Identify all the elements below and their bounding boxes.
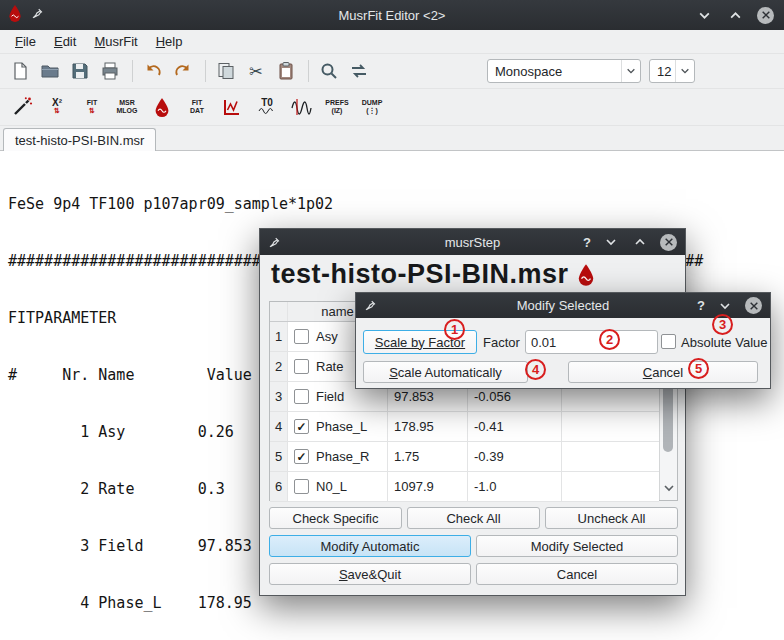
musr-swap-msr-mlog-button[interactable]: MSRMLOG bbox=[111, 92, 143, 122]
font-size-spinner[interactable]: 12 bbox=[649, 59, 695, 83]
maximize-button[interactable] bbox=[726, 6, 744, 24]
musr-wiz-button[interactable] bbox=[6, 92, 38, 122]
row-checkbox[interactable] bbox=[294, 419, 309, 434]
replace-button[interactable] bbox=[345, 57, 373, 85]
main-toolbar: ✂ Monospace 12 bbox=[0, 54, 784, 89]
pin-icon[interactable] bbox=[31, 6, 44, 24]
dat-label: DAT bbox=[190, 107, 204, 115]
redo-icon bbox=[173, 61, 193, 81]
table-row[interactable]: 6 N0_L 1097.9 -1.0 bbox=[270, 472, 659, 502]
annotation-circle-1: 1 bbox=[444, 319, 465, 340]
editor-line: 4 Phase_L 178.95 bbox=[8, 594, 784, 613]
annotation-circle-2: 2 bbox=[599, 329, 620, 350]
close-button[interactable] bbox=[745, 297, 762, 314]
param-name: Field bbox=[316, 389, 344, 404]
print-button[interactable] bbox=[96, 57, 124, 85]
row-checkbox[interactable] bbox=[294, 389, 309, 404]
musrstep-dialog: musrStep ? test-histo-PSI-BIN.msr name 1 bbox=[259, 228, 686, 596]
cut-button[interactable]: ✂ bbox=[242, 57, 270, 85]
minimize-button[interactable] bbox=[716, 297, 734, 315]
redo-button[interactable] bbox=[169, 57, 197, 85]
open-file-button[interactable] bbox=[36, 57, 64, 85]
tab-msr-file[interactable]: test-histo-PSI-BIN.msr bbox=[3, 128, 156, 151]
chevron-down-icon bbox=[621, 60, 640, 82]
waveform-icon bbox=[291, 98, 313, 116]
t0-button[interactable]: T0 bbox=[251, 92, 283, 122]
toolbar-separator bbox=[205, 60, 206, 82]
pin-icon[interactable] bbox=[356, 299, 377, 312]
scroll-down-arrow-icon[interactable] bbox=[663, 482, 675, 497]
musr-ft-button[interactable] bbox=[286, 92, 318, 122]
musr-view-button[interactable] bbox=[146, 92, 178, 122]
msr-label: MSR bbox=[119, 99, 135, 107]
toolbar-separator bbox=[132, 60, 133, 82]
dump-label: DUMP bbox=[362, 99, 383, 107]
help-button[interactable]: ? bbox=[583, 235, 591, 250]
cancel-button[interactable]: Cancel bbox=[568, 361, 758, 383]
row-checkbox[interactable] bbox=[294, 449, 309, 464]
copy-button[interactable] bbox=[212, 57, 240, 85]
save-quit-button[interactable]: Save&Quit bbox=[269, 563, 471, 585]
annotation-circle-4: 4 bbox=[525, 359, 546, 380]
maximize-button[interactable] bbox=[631, 233, 649, 251]
minimize-button[interactable] bbox=[695, 6, 713, 24]
param-step: -0.39 bbox=[468, 442, 562, 471]
musr-t0-button[interactable] bbox=[216, 92, 248, 122]
row-checkbox[interactable] bbox=[294, 479, 309, 494]
param-value: 178.95 bbox=[388, 412, 468, 441]
check-all-button[interactable]: Check All bbox=[407, 507, 540, 529]
mlog-label: MLOG bbox=[117, 107, 138, 115]
heading-text: test-histo-PSI-BIN.msr bbox=[271, 259, 569, 290]
musrfit-drop-icon bbox=[577, 263, 595, 287]
modify-automatic-button[interactable]: Modify Automatic bbox=[269, 535, 471, 557]
fit-label: FIT bbox=[192, 99, 203, 107]
new-file-button[interactable] bbox=[6, 57, 34, 85]
dump-sub-label: (⋮) bbox=[366, 107, 378, 115]
row-number: 4 bbox=[270, 412, 288, 441]
save-icon bbox=[70, 61, 90, 81]
table-row[interactable]: 4 Phase_L 178.95 -0.41 bbox=[270, 412, 659, 442]
row-number: 3 bbox=[270, 382, 288, 411]
modify-selected-button[interactable]: Modify Selected bbox=[476, 535, 678, 557]
copy-icon bbox=[216, 61, 236, 81]
close-button[interactable] bbox=[660, 234, 677, 251]
paste-button[interactable] bbox=[272, 57, 300, 85]
editor-line: FeSe 9p4 TF100 p107apr09_sample*1p02 bbox=[8, 195, 784, 214]
chisq-icon: X² bbox=[52, 99, 62, 107]
check-specific-button[interactable]: Check Specific bbox=[269, 507, 402, 529]
menu-musrfit[interactable]: MusrFit bbox=[85, 32, 146, 51]
help-button[interactable]: ? bbox=[697, 298, 705, 313]
find-button[interactable] bbox=[315, 57, 343, 85]
absolute-value-checkbox[interactable] bbox=[661, 334, 676, 349]
row-checkbox[interactable] bbox=[294, 359, 309, 374]
save-button[interactable] bbox=[66, 57, 94, 85]
undo-icon bbox=[143, 61, 163, 81]
param-name: N0_L bbox=[316, 479, 347, 494]
menu-edit[interactable]: Edit bbox=[45, 32, 85, 51]
scale-automatically-button[interactable]: Scale Automatically bbox=[363, 361, 528, 383]
param-step: -1.0 bbox=[468, 472, 562, 501]
musr-dump-button[interactable]: DUMP(⋮) bbox=[356, 92, 388, 122]
pin-icon[interactable] bbox=[260, 236, 281, 249]
close-button[interactable] bbox=[757, 7, 774, 24]
menu-help[interactable]: Help bbox=[147, 32, 192, 51]
uncheck-all-button[interactable]: Uncheck All bbox=[545, 507, 678, 529]
musr-prefs-button[interactable]: PREFS(IZ) bbox=[321, 92, 353, 122]
menu-file[interactable]: File bbox=[6, 32, 45, 51]
wave-icon bbox=[258, 107, 276, 115]
cancel-button[interactable]: Cancel bbox=[476, 563, 678, 585]
musr-fit-dat-button[interactable]: FITDAT bbox=[181, 92, 213, 122]
font-family-combobox[interactable]: Monospace bbox=[487, 59, 641, 83]
musrfit-editor-window: MusrFit Editor <2> File Edit MusrFit Hel… bbox=[0, 0, 784, 640]
row-checkbox[interactable] bbox=[294, 329, 309, 344]
musr-chisq-button[interactable]: X²⇅ bbox=[41, 92, 73, 122]
minimize-button[interactable] bbox=[602, 233, 620, 251]
param-name: Rate bbox=[316, 359, 343, 374]
font-size-value: 12 bbox=[657, 64, 671, 79]
new-document-icon bbox=[10, 61, 30, 81]
factor-input[interactable] bbox=[525, 330, 658, 354]
undo-button[interactable] bbox=[139, 57, 167, 85]
musr-fit-button[interactable]: FIT⇅ bbox=[76, 92, 108, 122]
table-row[interactable]: 5 Phase_R 1.75 -0.39 bbox=[270, 442, 659, 472]
replace-icon bbox=[349, 61, 369, 81]
